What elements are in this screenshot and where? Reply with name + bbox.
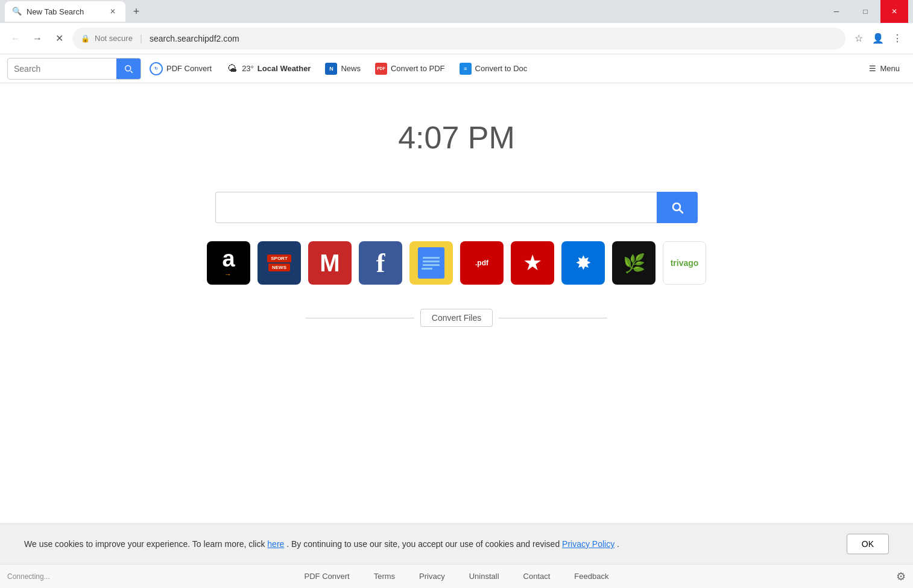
address-field[interactable]: 🔒 Not secure | search.searchipdf2.com [72,28,845,49]
toolbar-search-button[interactable] [116,58,141,80]
window-controls: ─ □ ✕ [823,0,908,23]
address-divider: | [140,33,142,44]
facebook-shortcut[interactable]: f [359,241,402,285]
news-label: News [341,64,361,73]
convert-divider-right [499,318,607,318]
pdf-convert-label: PDF Convert [166,64,212,73]
main-search-icon [670,200,684,215]
menu-icon: ☰ [869,64,876,73]
convert-files-button[interactable]: Convert Files [420,309,493,327]
walmart-shortcut[interactable]: ✸ [561,241,605,285]
gmail-shortcut[interactable]: M [308,241,352,285]
not-secure-label: Not secure [95,34,133,43]
gdocs-shortcut[interactable] [409,241,453,285]
toolbar-search-bar[interactable] [7,58,141,80]
reload-button[interactable]: ✕ [51,30,68,47]
menu-button[interactable]: ☰ Menu [863,64,906,73]
address-actions: ☆ 👤 ⋮ [850,30,906,47]
main-search-input[interactable] [215,192,657,223]
convert-to-doc-icon: ≡ [460,63,472,75]
convert-to-doc-toolbar-item[interactable]: ≡ Convert to Doc [453,54,534,83]
tab-favicon: 🔍 [12,7,22,16]
news-toolbar-item[interactable]: N News [319,54,367,83]
convert-to-doc-label: Convert to Doc [475,64,528,73]
toolbar-search-input[interactable] [8,64,116,74]
svg-line-1 [680,210,683,213]
shortcuts-grid: a → SPORT NEWS M f [207,241,706,285]
back-button[interactable]: ← [7,30,24,47]
tab-close-button[interactable]: ✕ [107,6,118,17]
browser-chrome: 🔍 New Tab Search ✕ + ─ □ ✕ ← → ✕ 🔒 Not s… [0,0,913,83]
weather-toolbar-item[interactable]: 🌤 23° Local Weather [220,54,317,83]
browser-tab[interactable]: 🔍 New Tab Search ✕ [5,1,125,22]
maximize-button[interactable]: □ [851,0,879,23]
hulu-shortcut[interactable]: 🌿 [612,241,656,285]
convert-to-pdf-toolbar-item[interactable]: PDF Convert to PDF [369,54,451,83]
weather-temp: 23° [242,64,254,73]
sports-news-shortcut[interactable]: SPORT NEWS [257,241,301,285]
macys-shortcut[interactable]: ★ [511,241,554,285]
address-url: search.searchipdf2.com [150,34,837,43]
tab-title: New Tab Search [27,7,103,16]
convert-divider-left [306,318,414,318]
new-tab-button[interactable]: + [128,3,145,20]
trivago-shortcut[interactable]: trivago [663,241,706,285]
convert-to-pdf-label: Convert to PDF [391,64,445,73]
convert-to-pdf-icon: PDF [375,63,387,75]
toolbar-search-icon [123,63,134,74]
lock-icon: 🔒 [81,34,90,43]
close-button[interactable]: ✕ [880,0,908,23]
pdf-convert-icon: ↻ [150,62,163,75]
main-search-container [215,192,698,223]
main-search-button[interactable] [657,192,698,223]
news-icon: N [325,63,337,75]
profile-button[interactable]: 👤 [870,30,886,47]
title-bar: 🔍 New Tab Search ✕ + ─ □ ✕ [0,0,913,23]
minimize-button[interactable]: ─ [823,0,850,23]
extension-toolbar: ↻ PDF Convert 🌤 23° Local Weather N News… [0,54,913,83]
amazon-shortcut[interactable]: a → [207,241,250,285]
pdf-shortcut[interactable]: .pdf [460,241,504,285]
clock-display: 4:07 PM [398,119,515,156]
forward-button[interactable]: → [29,30,46,47]
pdf-convert-toolbar-item[interactable]: ↻ PDF Convert [144,54,218,83]
convert-files-container: Convert Files [306,309,607,327]
weather-icon: 🌤 [226,63,238,75]
bookmark-button[interactable]: ☆ [850,30,867,47]
address-bar: ← → ✕ 🔒 Not secure | search.searchipdf2.… [0,23,913,54]
chrome-menu-button[interactable]: ⋮ [889,30,906,47]
menu-label: Menu [880,64,900,73]
main-content: 4:07 PM a → SPORT NEWS M [0,83,913,445]
weather-label: Local Weather [257,64,311,73]
